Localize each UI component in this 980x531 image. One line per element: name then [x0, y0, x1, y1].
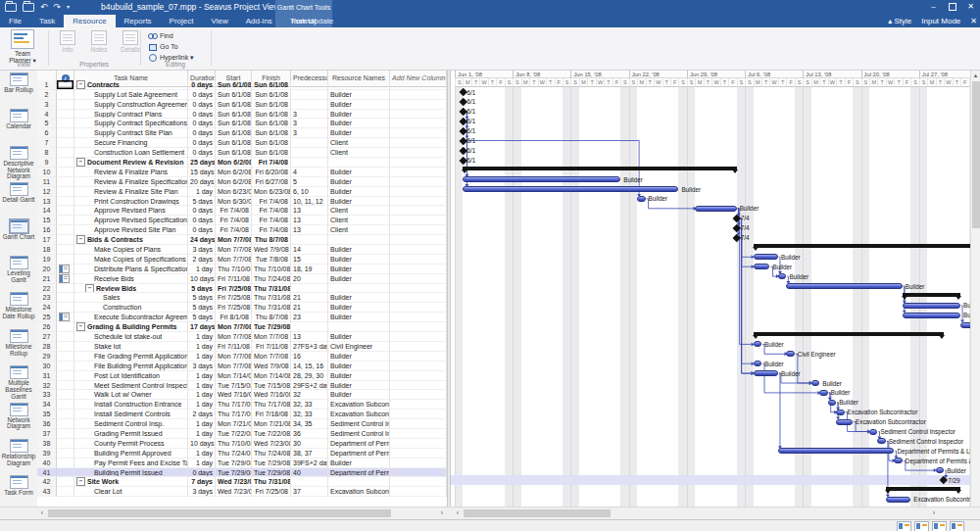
duration-cell[interactable]: 0 days	[188, 468, 216, 478]
duration-cell[interactable]: 0 days	[188, 90, 216, 100]
indicator-cell[interactable]	[57, 148, 74, 158]
row-number[interactable]: 12	[37, 187, 57, 197]
gantt-task-bar[interactable]	[754, 361, 761, 366]
predecessors-cell[interactable]: 13	[291, 225, 328, 235]
indicator-cell[interactable]	[57, 90, 74, 100]
indicator-cell[interactable]	[57, 119, 74, 128]
predecessors-cell[interactable]: 13	[291, 332, 328, 342]
task-name-cell[interactable]: −Contracts	[74, 80, 188, 90]
start-cell[interactable]: Thu 7/17/08	[216, 410, 252, 419]
scroll-left-icon[interactable]: ‹	[37, 508, 47, 518]
gantt-task-bar[interactable]	[786, 351, 794, 357]
indicator-cell[interactable]	[57, 177, 74, 187]
predecessors-cell[interactable]: 29FS+2 days, 28	[291, 381, 328, 391]
start-cell[interactable]: Mon 7/7/08	[216, 255, 252, 265]
finish-cell[interactable]: Sun 6/1/08	[252, 128, 291, 138]
finish-cell[interactable]: Mon 7/14/08	[252, 371, 291, 381]
indicator-cell[interactable]	[57, 342, 74, 352]
start-cell[interactable]: Fri 7/4/08	[216, 225, 252, 235]
duration-cell[interactable]: 1 day	[188, 342, 216, 352]
row-number[interactable]: 7	[37, 138, 57, 148]
row-number[interactable]: 21	[37, 274, 57, 284]
resource-names-cell[interactable]: Civil Engineer	[328, 342, 390, 352]
gantt-task-bar[interactable]	[754, 370, 778, 376]
predecessors-cell[interactable]: 28, 29, 30	[291, 371, 328, 381]
start-cell[interactable]: Tue 7/22/08	[216, 429, 252, 439]
start-cell[interactable]: Fri 7/25/08	[216, 293, 252, 303]
resource-names-cell[interactable]: Builder	[328, 313, 390, 322]
predecessors-cell[interactable]: 30	[291, 439, 328, 449]
gantt-horizontal-scrollbar[interactable]: ‹ ›	[453, 508, 939, 518]
goto-button[interactable]: Go To	[149, 41, 194, 52]
predecessors-cell[interactable]: 21	[291, 303, 328, 313]
start-cell[interactable]: Tue 7/29/08	[216, 468, 252, 478]
indicator-cell[interactable]	[57, 439, 74, 449]
resource-names-cell[interactable]: Sediment Control Inspector	[328, 429, 390, 439]
gantt-summary-bar[interactable]	[754, 332, 945, 336]
finish-cell[interactable]: Thu 7/31/08	[252, 477, 291, 487]
predecessors-cell[interactable]: 32, 33	[291, 410, 328, 419]
task-name-cell[interactable]: Meet Sediment Control Inspector	[74, 381, 188, 391]
indicator-cell[interactable]	[57, 225, 74, 235]
collapse-ribbon-arrow-icon[interactable]: ▴ Style	[888, 17, 911, 25]
indicator-cell[interactable]	[57, 352, 74, 362]
task-name-cell[interactable]: File Grading Permit Application	[74, 352, 188, 362]
add-new-column-cell[interactable]	[390, 206, 447, 216]
add-new-column-cell[interactable]	[390, 293, 447, 303]
duration-cell[interactable]: 1 day	[188, 459, 216, 468]
restore-button[interactable]	[943, 0, 961, 15]
add-new-column-cell[interactable]	[390, 332, 447, 342]
task-name-cell[interactable]: Supply Lot Sale Agreement	[74, 90, 188, 100]
duration-cell[interactable]: 5 days	[188, 303, 216, 313]
indicator-cell[interactable]	[57, 216, 74, 225]
finish-cell[interactable]: Fri 7/4/08	[252, 158, 291, 168]
tab-view[interactable]: View	[203, 15, 237, 27]
finish-cell[interactable]: Mon 7/7/08	[252, 352, 291, 362]
team-planner-button[interactable]: Team Planner ▾	[6, 29, 39, 64]
add-new-column-cell[interactable]	[390, 303, 447, 313]
finish-cell[interactable]: Fri 7/4/08	[252, 206, 291, 216]
task-name-cell[interactable]: Execute Subcontractor Agreements	[74, 313, 188, 322]
finish-cell[interactable]: Tue 7/29/08	[252, 459, 291, 468]
indicator-cell[interactable]	[57, 429, 74, 439]
gantt-task-bar[interactable]	[836, 419, 853, 425]
row-number[interactable]: 11	[37, 177, 57, 187]
resource-names-cell[interactable]: Client	[328, 225, 390, 235]
view-bar-item-milestone-date-rollup[interactable]: Milestone Date Rollup	[0, 290, 37, 326]
resource-names-cell[interactable]: Builder	[328, 255, 390, 265]
add-new-column-cell[interactable]	[390, 487, 447, 497]
predecessors-cell[interactable]	[291, 477, 328, 487]
finish-cell[interactable]: Tue 7/29/08	[252, 468, 291, 478]
resource-names-cell[interactable]	[328, 322, 390, 332]
gantt-task-bar[interactable]	[463, 186, 678, 192]
finish-cell[interactable]: Thu 7/31/08	[252, 284, 291, 294]
scroll-right-icon[interactable]: ›	[929, 508, 939, 518]
table-scrollbar-thumb[interactable]	[48, 509, 391, 517]
gantt-task-bar[interactable]	[903, 313, 960, 318]
resource-names-cell[interactable]: Client	[328, 148, 390, 158]
start-cell[interactable]: Mon 7/7/08	[216, 235, 252, 245]
predecessors-cell[interactable]: 37	[291, 487, 328, 497]
task-name-cell[interactable]: Building Permit Issued	[74, 468, 188, 478]
table-horizontal-scrollbar[interactable]: ‹ ›	[37, 508, 447, 518]
add-new-column-cell[interactable]	[390, 177, 447, 187]
resource-names-cell[interactable]: Excavation Subcontractor	[328, 400, 390, 410]
task-name-cell[interactable]: −Document Review & Revision	[74, 158, 188, 168]
duration-cell[interactable]: 20 days	[188, 177, 216, 187]
row-number[interactable]: 24	[37, 303, 57, 313]
gantt-summary-bar[interactable]	[463, 167, 736, 170]
vertical-scrollbar[interactable]: ▲	[970, 71, 980, 507]
task-name-cell[interactable]: Install Sediment Controls	[74, 410, 188, 419]
undo-icon[interactable]: ↶	[40, 1, 48, 14]
finish-cell[interactable]: Wed 7/9/08	[252, 362, 291, 371]
start-cell[interactable]: Sun 6/1/08	[216, 80, 252, 90]
duration-cell[interactable]: 5 days	[188, 313, 216, 322]
duration-cell[interactable]: 0 days	[188, 119, 216, 128]
row-number[interactable]: 30	[37, 362, 57, 371]
duration-cell[interactable]: 1 day	[188, 390, 216, 400]
finish-cell[interactable]: Thu 8/7/08	[252, 313, 291, 322]
predecessors-cell[interactable]	[291, 158, 328, 168]
predecessors-cell[interactable]: 5	[291, 177, 328, 187]
task-name-cell[interactable]: Make Copies of Plans	[74, 245, 188, 255]
resource-names-cell[interactable]: Builder	[328, 274, 390, 284]
